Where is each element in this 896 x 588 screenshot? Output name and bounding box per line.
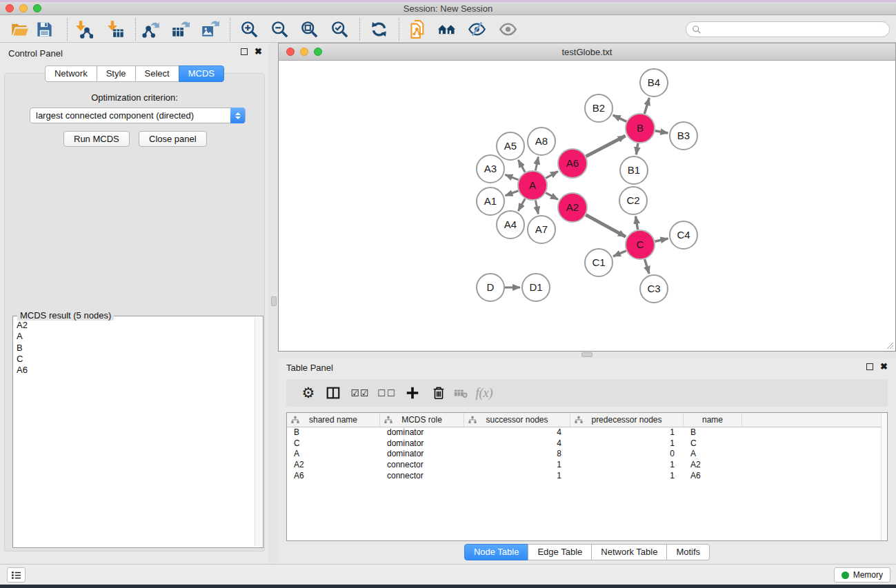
table-row[interactable]: Bdominator41B xyxy=(287,427,887,438)
graph-node-A8[interactable]: A8 xyxy=(528,128,555,155)
graph-node-A2[interactable]: A2 xyxy=(558,193,587,222)
graph-edge-B-B3[interactable] xyxy=(655,131,668,133)
graph-edge-A-A8[interactable] xyxy=(535,157,538,171)
search-input[interactable] xyxy=(704,25,889,34)
home-view-icon[interactable] xyxy=(436,19,457,39)
horizontal-splitter[interactable] xyxy=(278,352,896,358)
table-row[interactable]: Cdominator41C xyxy=(287,438,887,449)
memory-button[interactable]: Memory xyxy=(834,567,890,582)
network-canvas[interactable]: B4B2BB3A5A8A6B1A3AC2A1A2A4A7C4CC1DD1C3 xyxy=(278,61,896,352)
mcds-result-item[interactable]: A2 xyxy=(15,320,253,331)
graph-node-A7[interactable]: A7 xyxy=(528,216,555,243)
column-header-successor-nodes[interactable]: successor nodes xyxy=(464,413,570,427)
graph-edge-B-B2[interactable] xyxy=(613,115,626,121)
graph-node-B3[interactable]: B3 xyxy=(670,122,697,150)
graph-node-C1[interactable]: C1 xyxy=(585,249,613,276)
graph-node-A3[interactable]: A3 xyxy=(477,155,504,183)
close-panel-button[interactable]: Close panel xyxy=(139,131,207,147)
table-row[interactable]: Adominator80A xyxy=(287,449,887,460)
graph-edge-A-A1[interactable] xyxy=(506,191,519,196)
network-graph[interactable]: B4B2BB3A5A8A6B1A3AC2A1A2A4A7C4CC1DD1C3 xyxy=(279,61,895,350)
graph-node-A4[interactable]: A4 xyxy=(497,211,524,239)
splitter-handle[interactable] xyxy=(581,352,593,357)
column-visibility-icon[interactable] xyxy=(323,383,344,403)
graph-node-A1[interactable]: A1 xyxy=(477,187,504,215)
graph-node-B1[interactable]: B1 xyxy=(620,156,648,184)
export-network-icon[interactable] xyxy=(140,19,161,39)
graph-node-C3[interactable]: C3 xyxy=(640,275,668,303)
close-panel-icon[interactable]: ✖ xyxy=(255,48,262,55)
export-table-icon[interactable] xyxy=(170,19,190,39)
open-session-icon[interactable] xyxy=(9,19,30,39)
delete-column-icon[interactable] xyxy=(428,383,449,403)
column-header-predecessor-nodes[interactable]: predecessor nodes xyxy=(570,413,684,427)
graph-node-C2[interactable]: C2 xyxy=(619,187,647,214)
mcds-list-scrollbar[interactable] xyxy=(255,317,262,547)
graph-edge-A2-C[interactable] xyxy=(586,215,626,237)
task-history-button[interactable] xyxy=(7,567,26,582)
close-panel-icon[interactable]: ✖ xyxy=(880,363,888,370)
zoom-out-icon[interactable] xyxy=(269,19,290,39)
mcds-result-item[interactable]: B xyxy=(15,343,253,354)
graph-node-C[interactable]: C xyxy=(626,230,655,259)
graph-edge-A-A4[interactable] xyxy=(518,199,525,211)
splitter-handle[interactable] xyxy=(271,296,277,306)
graph-node-C4[interactable]: C4 xyxy=(670,221,697,249)
float-panel-icon[interactable] xyxy=(866,363,873,370)
graph-edge-A6-B[interactable] xyxy=(586,136,626,156)
column-header-name[interactable]: name xyxy=(684,413,742,427)
table-settings-icon[interactable]: ⚙ xyxy=(298,383,319,403)
app-titlebar[interactable]: Session: New Session xyxy=(0,2,896,15)
zoom-fit-icon[interactable] xyxy=(299,19,319,39)
graph-edge-C-C3[interactable] xyxy=(645,259,650,274)
save-session-icon[interactable] xyxy=(34,19,54,39)
graph-edge-C-C1[interactable] xyxy=(613,251,626,256)
graph-edge-A-A6[interactable] xyxy=(546,172,558,179)
graph-edge-B-B1[interactable] xyxy=(636,143,637,154)
graph-edge-A-A2[interactable] xyxy=(546,193,558,200)
add-column-icon[interactable] xyxy=(402,383,423,403)
network-from-file-icon[interactable] xyxy=(407,19,428,39)
criterion-select[interactable]: largest connected component (directed) xyxy=(30,108,246,123)
select-all-icon[interactable]: ☑☑ xyxy=(350,383,370,403)
table-row[interactable]: A2connector11A2 xyxy=(287,460,887,471)
graph-node-A6[interactable]: A6 xyxy=(558,149,587,178)
graph-node-B4[interactable]: B4 xyxy=(640,69,668,97)
tab-network[interactable]: Network xyxy=(45,65,97,82)
mcds-result-item[interactable]: C xyxy=(15,354,253,365)
apply-layout-icon[interactable] xyxy=(368,19,389,39)
import-table-icon[interactable] xyxy=(105,19,126,39)
resize-grip-icon[interactable] xyxy=(885,341,894,349)
graph-edge-A-A3[interactable] xyxy=(505,174,518,180)
table-row[interactable]: A6connector11A6 xyxy=(287,471,887,482)
export-image-icon[interactable] xyxy=(199,19,220,39)
mcds-result-item[interactable]: A6 xyxy=(15,365,253,376)
zoom-selected-icon[interactable] xyxy=(329,19,350,39)
column-header-mcds-role[interactable]: MCDS role xyxy=(380,413,464,427)
tab-motifs[interactable]: Motifs xyxy=(666,544,710,560)
tab-mcds[interactable]: MCDS xyxy=(179,65,224,82)
table-scrollbar[interactable] xyxy=(881,413,887,540)
tab-network-table[interactable]: Network Table xyxy=(591,544,667,560)
graph-node-D[interactable]: D xyxy=(477,274,504,301)
graph-edge-A-A7[interactable] xyxy=(535,201,538,214)
run-mcds-button[interactable]: Run MCDS xyxy=(63,131,130,147)
tab-style[interactable]: Style xyxy=(97,65,136,82)
zoom-in-icon[interactable] xyxy=(239,19,259,39)
graph-node-A[interactable]: A xyxy=(518,171,547,200)
show-eye-icon[interactable] xyxy=(497,19,518,39)
float-panel-icon[interactable] xyxy=(241,48,248,55)
import-network-icon[interactable] xyxy=(73,19,94,39)
graph-node-B2[interactable]: B2 xyxy=(585,94,613,122)
graph-node-B[interactable]: B xyxy=(626,114,655,143)
graph-edge-C-C2[interactable] xyxy=(636,216,638,230)
graph-edge-B-B4[interactable] xyxy=(644,98,649,114)
deselect-all-icon[interactable]: ☐☐ xyxy=(377,383,397,403)
graph-node-A5[interactable]: A5 xyxy=(497,132,524,160)
mcds-result-item[interactable]: A xyxy=(15,331,253,342)
tab-node-table[interactable]: Node Table xyxy=(464,544,529,560)
search-field[interactable] xyxy=(686,21,890,37)
column-header-shared-name[interactable]: shared name xyxy=(287,413,380,427)
tab-edge-table[interactable]: Edge Table xyxy=(528,544,592,560)
hide-selected-icon[interactable] xyxy=(466,19,487,39)
